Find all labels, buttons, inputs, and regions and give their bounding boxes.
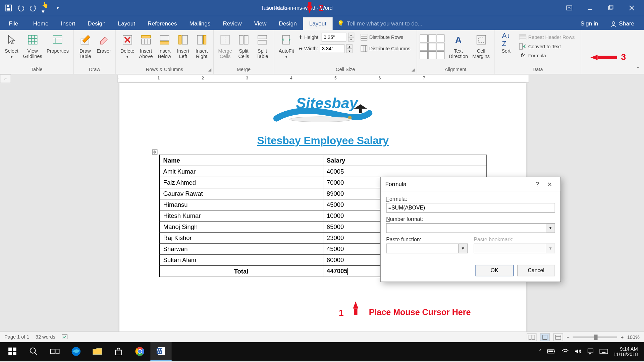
share-button[interactable]: Share	[605, 17, 639, 30]
spin-down-icon[interactable]: ▼	[346, 49, 353, 53]
properties-button[interactable]: Properties	[45, 32, 71, 54]
distribute-rows-button[interactable]: Distribute Rows	[359, 33, 412, 42]
zoom-thumb[interactable]	[594, 335, 598, 340]
search-icon[interactable]	[23, 342, 44, 361]
split-cells-button[interactable]: Split Cells	[235, 32, 253, 60]
align-tr-button[interactable]	[436, 35, 444, 43]
word-icon[interactable]: W	[150, 342, 171, 361]
align-tc-button[interactable]	[428, 35, 436, 43]
tab-review[interactable]: Review	[217, 17, 248, 30]
maximize-button[interactable]	[601, 2, 621, 14]
width-spinner[interactable]: ⬌ Width: ▲▼	[299, 44, 354, 53]
paste-function-input[interactable]	[386, 244, 459, 253]
battery-icon[interactable]	[547, 349, 556, 354]
formula-button[interactable]: fxFormula	[518, 51, 577, 60]
insert-right-button[interactable]: Insert Right	[193, 32, 211, 60]
chrome-icon[interactable]	[129, 342, 150, 361]
tab-design[interactable]: Design	[82, 17, 112, 30]
word-count[interactable]: 32 words	[36, 334, 55, 340]
cancel-button[interactable]: Cancel	[517, 265, 555, 276]
height-spinner[interactable]: ⬍ Height: ▲▼	[299, 33, 354, 42]
eraser-button[interactable]: Eraser	[95, 32, 113, 54]
align-bl-button[interactable]	[420, 51, 428, 59]
delete-button[interactable]: Delete▾	[118, 32, 136, 60]
zoom-out-button[interactable]: −	[567, 335, 569, 340]
ok-button[interactable]: OK	[476, 265, 514, 276]
tray-expand-icon[interactable]: ˄	[539, 349, 542, 354]
tell-me-search[interactable]: 💡 Tell me what you want to do...	[333, 17, 575, 30]
repeat-header-rows-button[interactable]: Repeat Header Rows	[518, 33, 577, 42]
ribbon-display-icon[interactable]	[559, 2, 579, 14]
spin-up-icon[interactable]: ▲	[346, 44, 353, 49]
zoom-level[interactable]: 100%	[627, 335, 640, 340]
spellcheck-icon[interactable]	[61, 334, 68, 340]
select-button[interactable]: Select▾	[3, 32, 20, 60]
number-format-dropdown-icon[interactable]: ▼	[546, 223, 555, 233]
dialog-titlebar[interactable]: Formula ? ✕	[381, 177, 560, 191]
zoom-in-button[interactable]: +	[621, 335, 624, 340]
convert-to-text-button[interactable]: Convert to Text	[518, 42, 577, 51]
tab-references[interactable]: References	[142, 17, 183, 30]
distribute-columns-button[interactable]: Distribute Columns	[359, 44, 412, 53]
tab-view[interactable]: View	[248, 17, 273, 30]
clock[interactable]: 9:14 AM 11/18/2018	[613, 346, 638, 357]
table-row[interactable]: Amit Kumar40005	[159, 166, 486, 177]
tab-layout[interactable]: Layout	[112, 17, 141, 30]
cell-size-launcher-icon[interactable]: ◢	[412, 68, 415, 72]
text-direction-button[interactable]: AText Direction	[447, 32, 470, 60]
web-layout-icon[interactable]	[553, 333, 563, 341]
height-input[interactable]	[321, 33, 346, 42]
save-icon[interactable]	[4, 4, 12, 12]
redo-icon[interactable]	[29, 4, 37, 12]
qat-dropdown-icon[interactable]: ▾	[54, 4, 62, 12]
draw-table-button[interactable]: Draw Table	[76, 32, 94, 60]
merge-cells-button[interactable]: Merge Cells	[216, 32, 234, 60]
edge-icon[interactable]	[65, 342, 87, 361]
number-format-input[interactable]	[386, 223, 546, 233]
print-layout-icon[interactable]	[540, 333, 550, 341]
keyboard-icon[interactable]	[599, 348, 608, 354]
cell-margins-button[interactable]: Cell Margins	[471, 32, 491, 60]
tab-home[interactable]: Home	[27, 17, 55, 30]
sign-in-link[interactable]: Sign in	[575, 17, 603, 30]
sort-button[interactable]: A↓ZSort	[497, 32, 515, 54]
dialog-help-button[interactable]: ?	[531, 181, 544, 188]
spin-up-icon[interactable]: ▲	[348, 33, 354, 37]
horizontal-ruler[interactable]: · 1 2 3 4 5 6 7	[117, 75, 529, 83]
page-status[interactable]: Page 1 of 1	[4, 334, 29, 340]
align-mc-button[interactable]	[428, 43, 436, 51]
close-button[interactable]	[622, 2, 641, 14]
task-view-icon[interactable]	[44, 342, 65, 361]
split-table-button[interactable]: Split Table	[254, 32, 271, 60]
paste-function-dropdown-icon[interactable]: ▼	[459, 244, 467, 253]
width-input[interactable]	[320, 44, 344, 53]
align-mr-button[interactable]	[436, 43, 444, 51]
read-mode-icon[interactable]	[527, 333, 537, 341]
tab-table-layout[interactable]: Layout	[303, 17, 332, 30]
store-icon[interactable]	[108, 342, 129, 361]
file-explorer-icon[interactable]	[87, 342, 108, 361]
action-center-icon[interactable]	[587, 348, 594, 355]
collapse-ribbon-icon[interactable]: ⌃	[636, 66, 640, 72]
volume-icon[interactable]	[575, 348, 582, 354]
tab-table-design[interactable]: Design	[273, 17, 303, 30]
minimize-button[interactable]	[580, 2, 600, 14]
tab-mailings[interactable]: Mailings	[183, 17, 217, 30]
insert-left-button[interactable]: Insert Left	[174, 32, 192, 60]
view-gridlines-button[interactable]: View Gridlines	[21, 32, 44, 60]
align-br-button[interactable]	[436, 51, 444, 59]
touch-mode-icon[interactable]: 👆▾	[42, 4, 50, 12]
align-ml-button[interactable]	[420, 43, 428, 51]
dialog-close-button[interactable]: ✕	[544, 181, 556, 188]
formula-input[interactable]	[386, 203, 555, 213]
rows-cols-launcher-icon[interactable]: ◢	[208, 68, 211, 72]
tab-insert[interactable]: Insert	[55, 17, 82, 30]
insert-above-button[interactable]: Insert Above	[137, 32, 155, 60]
col-name-header[interactable]: Name	[159, 155, 323, 166]
total-label-cell[interactable]: Total	[159, 265, 323, 277]
wifi-icon[interactable]	[561, 348, 569, 354]
col-salary-header[interactable]: Salary	[323, 155, 486, 166]
start-button[interactable]	[2, 342, 23, 361]
tab-file[interactable]: File	[0, 17, 27, 30]
autofit-button[interactable]: AutoFit▾	[277, 32, 296, 60]
